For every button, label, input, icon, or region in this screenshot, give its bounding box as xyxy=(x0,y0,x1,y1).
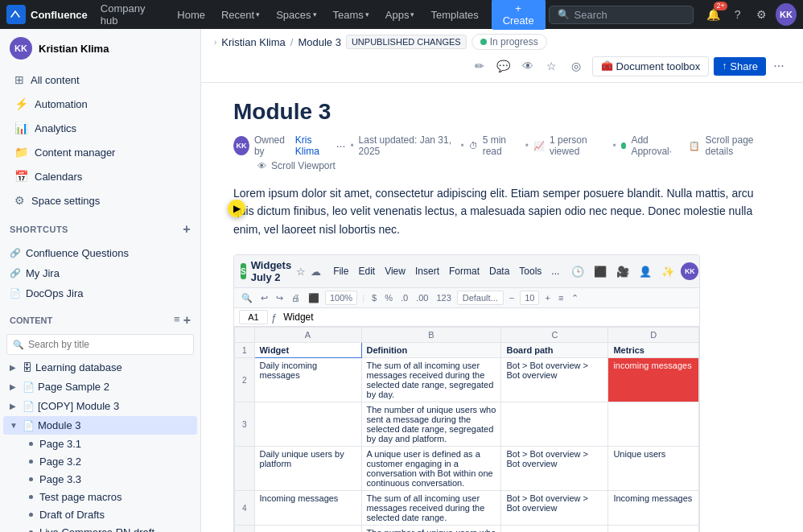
user-avatar[interactable]: KK xyxy=(776,3,797,26)
ss-col-header-c[interactable]: C xyxy=(501,328,608,343)
ss-cell-4b[interactable]: The sum of all incoming user messages re… xyxy=(361,491,501,526)
ss-more-formats-icon[interactable]: ≡ xyxy=(556,291,566,304)
ss-menu-data[interactable]: Data xyxy=(485,264,513,278)
nav-link-home[interactable]: Home xyxy=(171,6,212,24)
ss-col-header-d[interactable]: D xyxy=(608,328,699,343)
nav-link-recent[interactable]: Recent ▾ xyxy=(215,6,266,24)
tree-sub-item-page-3-2[interactable]: Page 3.2 xyxy=(3,453,197,470)
owner-name-link[interactable]: Kris Klima xyxy=(295,134,331,157)
tree-sub-item-test-page-macros[interactable]: Test page macros xyxy=(3,489,197,505)
sidebar-nav-item-analytics[interactable]: 📊 Analytics xyxy=(3,117,197,139)
add-approval-button[interactable]: Add Approval· xyxy=(631,134,681,157)
help-button[interactable]: ? xyxy=(727,3,748,26)
ss-cell-2a[interactable]: Daily incoming messages xyxy=(254,358,361,402)
document-toolbox-button[interactable]: 🧰 Document toolbox xyxy=(592,56,710,76)
ss-history-icon[interactable]: 🕒 xyxy=(568,264,587,279)
ss-sparkle-icon[interactable]: ✨ xyxy=(658,264,677,279)
ss-cell-3bb[interactable]: A unique user is defined as a customer e… xyxy=(361,447,501,491)
nav-link-spaces[interactable]: Spaces ▾ xyxy=(270,6,323,24)
ss-col-header-b[interactable]: B xyxy=(361,328,501,343)
ss-sheet-icon[interactable]: ⬛ xyxy=(591,264,610,279)
nav-link-teams[interactable]: Teams ▾ xyxy=(327,6,376,24)
ss-star-icon[interactable]: ☆ xyxy=(296,266,306,278)
ss-formula-input[interactable] xyxy=(280,310,694,324)
scroll-page-details-button[interactable]: Scroll page details xyxy=(705,134,770,157)
ss-header-definition[interactable]: Definition xyxy=(361,343,501,358)
tree-sub-item-live-commerce[interactable]: Live Commerce RN draft xyxy=(3,524,197,532)
status-badge[interactable]: In progress xyxy=(472,34,547,50)
ss-cell-4c[interactable]: Bot > Bot overview > Bot overview xyxy=(501,491,608,526)
view-icon-button[interactable]: 👁 xyxy=(517,55,539,77)
ss-menu-tools[interactable]: Tools xyxy=(515,264,546,278)
tree-item-copy-module-3[interactable]: ▶ 📄 [COPY] Module 3 xyxy=(3,397,197,415)
ss-menu-more[interactable]: ... xyxy=(547,264,563,278)
ss-cell-5c[interactable] xyxy=(501,526,608,532)
ss-col-header-a[interactable]: A xyxy=(254,328,361,343)
ss-redo-icon[interactable]: ↪ xyxy=(274,291,286,305)
ss-cell-5b[interactable]: The number of unique users who sent a me… xyxy=(361,526,501,532)
ss-font-size-increase[interactable]: + xyxy=(542,291,552,304)
ss-menu-edit[interactable]: Edit xyxy=(354,264,379,278)
ss-percent-icon[interactable]: % xyxy=(382,291,395,304)
ss-collapse-icon[interactable]: ⌃ xyxy=(569,291,581,305)
sidebar-nav-item-automation[interactable]: ⚡ Automation xyxy=(3,93,197,115)
ss-cell-3bc[interactable]: Bot > Bot overview > Bot overview xyxy=(501,447,608,491)
more-options-button[interactable]: ··· xyxy=(768,55,790,77)
ss-header-widget[interactable]: Widget xyxy=(254,343,361,358)
list-view-icon[interactable]: ≡ xyxy=(174,313,180,328)
star-icon-button[interactable]: ☆ xyxy=(541,55,563,77)
ss-cell-3ba[interactable]: Daily unique users by platform xyxy=(254,447,361,491)
edit-icon-button[interactable]: ✏ xyxy=(468,55,491,77)
nav-link-company-hub[interactable]: Company hub xyxy=(94,0,167,30)
ss-decimal-00[interactable]: .00 xyxy=(414,291,430,304)
breadcrumb-page[interactable]: Module 3 xyxy=(298,36,340,48)
add-shortcut-button[interactable]: + xyxy=(183,222,191,237)
tree-item-module-3[interactable]: ▼ 📄 Module 3 xyxy=(3,416,197,435)
nav-logo[interactable]: Confluence xyxy=(6,5,88,24)
ss-cell-5a[interactable] xyxy=(254,526,361,532)
ss-header-board-path[interactable]: Board path xyxy=(501,343,608,358)
ss-font-select[interactable]: Default... xyxy=(457,291,504,305)
ss-zoom-level[interactable]: 100% xyxy=(325,291,357,305)
watch-icon-button[interactable]: ◎ xyxy=(565,55,587,77)
sidebar-nav-item-space-settings[interactable]: ⚙ Space settings xyxy=(3,189,197,212)
nav-link-templates[interactable]: Templates xyxy=(424,6,484,24)
ss-cell-2b[interactable]: The sum of all incoming user messages re… xyxy=(361,358,501,402)
search-bar[interactable]: 🔍 Search xyxy=(549,6,694,24)
create-button[interactable]: + Create xyxy=(492,0,546,30)
ss-currency-icon[interactable]: $ xyxy=(369,291,379,304)
ss-menu-insert[interactable]: Insert xyxy=(411,264,443,278)
nav-link-apps[interactable]: Apps ▾ xyxy=(379,6,422,24)
ss-menu-format[interactable]: Format xyxy=(445,264,484,278)
ss-cell-3a[interactable] xyxy=(254,402,361,447)
ss-cell-3d[interactable] xyxy=(608,402,699,447)
more-options-icon[interactable]: ··· xyxy=(336,139,346,152)
settings-button[interactable]: ⚙ xyxy=(752,3,772,26)
ss-number-format[interactable]: 123 xyxy=(434,291,453,304)
ss-cell-4d[interactable]: Incoming messages xyxy=(608,491,699,526)
sidebar-nav-item-content-manager[interactable]: 📁 Content manager xyxy=(3,141,197,163)
ss-video-icon[interactable]: 🎥 xyxy=(613,264,632,279)
tree-sub-item-draft-of-drafts[interactable]: Draft of Drafts xyxy=(3,506,197,523)
ss-user-add-icon[interactable]: 👤 xyxy=(636,264,655,279)
ss-cell-5d[interactable] xyxy=(608,526,699,532)
ss-zoom-icon[interactable]: 🔍 xyxy=(239,291,255,305)
ss-print-icon[interactable]: 🖨 xyxy=(289,291,303,304)
ss-decimal-0[interactable]: .0 xyxy=(398,291,410,304)
ss-cell-4a[interactable]: Incoming messages xyxy=(254,491,361,526)
ss-menu-file[interactable]: File xyxy=(329,264,352,278)
ss-menu-view[interactable]: View xyxy=(381,264,410,278)
ss-cell-ref[interactable]: A1 xyxy=(239,310,268,324)
ss-cell-2d[interactable]: incoming messages xyxy=(608,358,699,402)
sidebar-nav-item-all-content[interactable]: ⊞ All content xyxy=(3,68,197,91)
ss-cell-3b[interactable]: The number of unique users who sent a me… xyxy=(361,402,501,447)
comment-icon-button[interactable]: 💬 xyxy=(492,55,515,77)
tree-item-page-sample-2[interactable]: ▶ 📄 Page Sample 2 xyxy=(3,377,197,396)
tree-sub-item-page-3-3[interactable]: Page 3.3 xyxy=(3,471,197,488)
share-button[interactable]: ↑ Share xyxy=(714,57,766,76)
ss-format-icon[interactable]: ⬛ xyxy=(306,291,322,305)
sidebar-nav-item-calendars[interactable]: 📅 Calendars xyxy=(3,165,197,188)
shortcut-confluence-questions[interactable]: 🔗 Confluence Questions xyxy=(3,244,197,262)
tree-item-learning-database[interactable]: ▶ 🗄 Learning database xyxy=(3,358,197,377)
ss-header-metrics[interactable]: Metrics xyxy=(608,343,699,358)
